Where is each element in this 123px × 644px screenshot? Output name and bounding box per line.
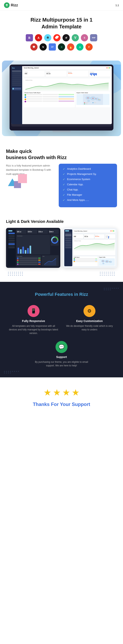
light-map: Organic Traffic bbox=[98, 256, 116, 266]
check-icon-7: ✓ bbox=[63, 198, 65, 202]
dark-list-title: Recent Activity bbox=[17, 256, 40, 257]
feature-customization: ⚙ Easy Customization We do developer fri… bbox=[64, 305, 114, 335]
inner-map-visual bbox=[76, 94, 110, 105]
dark-nav-5 bbox=[8, 240, 15, 241]
dark-bar-6 bbox=[30, 246, 31, 254]
inner-row-indicator-2 bbox=[24, 96, 26, 98]
check-icon-3: ✓ bbox=[63, 178, 65, 181]
light-chart: Additional Sales bbox=[73, 240, 116, 256]
nuxt-icon: △ bbox=[76, 43, 84, 50]
inner-dashboard: Rizz bbox=[11, 66, 112, 124]
inner-stat-value-3: 36.41% bbox=[68, 73, 88, 74]
dark-list-item-3 bbox=[17, 262, 40, 263]
dot-grid-right bbox=[100, 272, 115, 276]
light-stat-val-3: 36.41% bbox=[95, 236, 104, 237]
light-dark-section: Light & Dark Version Available bbox=[0, 215, 123, 282]
light-nav-2 bbox=[65, 236, 72, 238]
inner-row-cell-1 bbox=[26, 94, 42, 95]
check-icon-4: ✓ bbox=[63, 183, 65, 186]
dark-stat-val-4: $846.5 bbox=[49, 231, 58, 232]
ruby-icon bbox=[30, 43, 38, 50]
feature-item-7: ✓ And More Apps...... bbox=[63, 198, 113, 202]
svg-point-25 bbox=[102, 263, 104, 264]
light-nav-4 bbox=[65, 240, 72, 241]
dashboard-frame: Rizz bbox=[2, 60, 121, 136]
light-stat-3: Bounce 36.41% bbox=[95, 234, 105, 239]
light-chart-title: Additional Sales bbox=[74, 240, 114, 242]
dot-grid-bl bbox=[4, 371, 19, 373]
dark-preview-inner: Income $80.12 Revenue $945.5 Profit $402… bbox=[6, 228, 60, 268]
lv-icon: LV bbox=[49, 43, 56, 50]
svg-point-10 bbox=[99, 99, 99, 100]
inner-nav-4 bbox=[12, 76, 21, 78]
inner-line-chart bbox=[25, 81, 108, 90]
star-4: ★ bbox=[72, 387, 80, 398]
inner-nav-7 bbox=[12, 82, 21, 84]
page-header: Rizz 1.1 bbox=[0, 0, 123, 10]
svg-point-11 bbox=[84, 102, 85, 103]
feature-label-1: Analytics Dashboard bbox=[67, 167, 91, 170]
light-nav-6 bbox=[65, 244, 72, 245]
logo-text: Rizz bbox=[11, 3, 18, 8]
light-stat-row: Visitors 486 Duration 00:16 Bounce 36.41… bbox=[73, 234, 116, 239]
business-content: Rizz is a fully featured premium admin d… bbox=[6, 164, 117, 207]
dark-inner-layout: Income $80.12 Revenue $945.5 Profit $402… bbox=[8, 230, 59, 266]
dark-stat-4: Net $846.5 bbox=[48, 230, 59, 234]
business-title: Make quick business Growth with Rizz bbox=[6, 148, 117, 160]
business-right: ✓ Analytics Dashboard ✓ Projects Managem… bbox=[59, 164, 117, 207]
laptop-screen: Rizz bbox=[11, 66, 112, 124]
dark-bar-4 bbox=[25, 250, 26, 254]
inner-stat-bounce: Bounce 36.41% bbox=[68, 71, 88, 77]
svg-point-6 bbox=[98, 99, 101, 101]
inner-table-row-3 bbox=[24, 98, 74, 100]
dark-stat-2: Revenue $945.5 bbox=[27, 230, 37, 234]
dark-nav-2 bbox=[8, 234, 15, 236]
figma-icon: F bbox=[86, 43, 93, 50]
light-nav-5 bbox=[65, 242, 72, 243]
hero-section: Rizz Multipurpose 15 in 1 Admin Template… bbox=[0, 10, 123, 56]
dark-stat-val-1: $80.12 bbox=[17, 231, 26, 232]
svg-rect-14 bbox=[85, 104, 87, 104]
codeigniter-icon: 🔥 bbox=[67, 43, 74, 50]
dark-badge-4 bbox=[38, 264, 40, 265]
powerful-features-section: Powerful Features in Rizz 📱 Fully Respon… bbox=[0, 282, 123, 377]
inner-row-cell-6 bbox=[58, 96, 74, 97]
dark-stat-3: Profit $402.3 bbox=[38, 230, 48, 234]
inner-bar-chart bbox=[90, 73, 110, 76]
react-icon: ⚛ bbox=[44, 34, 51, 41]
inner-header-controls bbox=[106, 67, 110, 68]
inner-stat-visitors: Visitors 486 bbox=[24, 71, 45, 77]
inner-row-cell-2 bbox=[42, 94, 58, 95]
dark-list-text-3 bbox=[19, 262, 38, 263]
dark-bar-3 bbox=[22, 247, 24, 254]
bootstrap-icon: B bbox=[26, 34, 33, 41]
light-table-title: Traffic Report bbox=[74, 257, 97, 258]
inner-row-indicator bbox=[24, 94, 26, 96]
dark-nav-6 bbox=[8, 242, 15, 243]
responsive-icon-circle: 📱 bbox=[28, 305, 40, 317]
light-stat-val-2: 00:16 bbox=[84, 236, 94, 237]
light-bottom: Traffic Report bbox=[73, 256, 116, 266]
dark-bottom-row: Recent Activity bbox=[16, 255, 59, 266]
dark-avatar-2 bbox=[17, 260, 18, 261]
inner-row-cell-10 bbox=[26, 100, 42, 102]
dark-nav-3 bbox=[8, 236, 15, 238]
light-main: Good Morning, James! Visitors 486 bbox=[73, 230, 116, 266]
inner-row-cell-8 bbox=[42, 98, 58, 100]
nextjs-icon: N bbox=[40, 43, 47, 50]
django-icon: dj bbox=[58, 43, 65, 50]
logo[interactable]: Rizz bbox=[4, 2, 18, 8]
feature-responsive: 📱 Fully Responsive All templates are ful… bbox=[8, 305, 58, 335]
thanks-section: ★ ★ ★ ★ Thanks For Your Support bbox=[0, 377, 123, 417]
check-icon-6: ✓ bbox=[63, 193, 65, 196]
inner-row-cell-4 bbox=[26, 96, 42, 97]
inner-nav-6 bbox=[12, 80, 21, 82]
laptop-stand bbox=[52, 130, 70, 132]
svg-point-28 bbox=[110, 262, 110, 262]
vue-icon: V bbox=[72, 34, 79, 41]
dark-badge-2 bbox=[38, 260, 40, 261]
svg-point-13 bbox=[84, 104, 85, 104]
inner-chart-area: Additional Sales bbox=[24, 78, 110, 90]
features-card: ✓ Analytics Dashboard ✓ Projects Managem… bbox=[59, 164, 117, 207]
dot-grid-tr bbox=[104, 288, 119, 290]
